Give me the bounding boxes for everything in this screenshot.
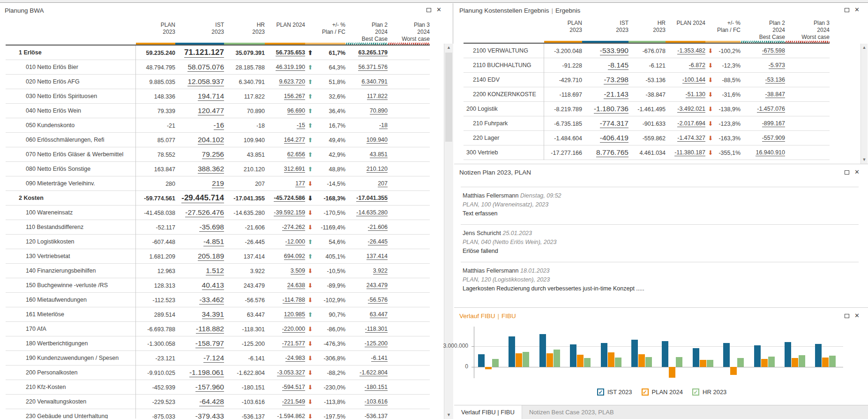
editable-value[interactable]: 46.319.190: [276, 64, 305, 71]
maximize-icon[interactable]: [845, 170, 849, 175]
editable-value[interactable]: -158.797: [195, 339, 224, 348]
editable-value[interactable]: -274.262: [282, 224, 305, 231]
bar-plan-2024[interactable]: [669, 367, 675, 378]
editable-value[interactable]: -103.616: [365, 398, 388, 405]
table-row[interactable]: 080 Netto Erlös Sonstige163.847388.36221…: [6, 162, 430, 176]
row-label[interactable]: 110 Bestandsdifferenz: [6, 220, 136, 235]
bar-plan-2024[interactable]: [638, 354, 645, 367]
editable-value[interactable]: 117.822: [367, 93, 388, 100]
table-row[interactable]: 200 Logistik-8.219.789-1.180.736-1.461.4…: [464, 102, 830, 116]
row-label[interactable]: 230 Gebäude und Unterhaltung: [6, 409, 136, 419]
editable-value[interactable]: -56.576: [368, 297, 388, 304]
editable-value[interactable]: -118.301: [365, 326, 388, 333]
row-label[interactable]: 060 Erlösschmälerungen, Refi: [6, 133, 136, 147]
row-label[interactable]: 300 Vertrieb: [464, 145, 544, 160]
editable-value[interactable]: -533.990: [600, 46, 629, 55]
table-row[interactable]: 220 Verwaltungskosten-229.523-64.428-103…: [6, 395, 430, 409]
note-item[interactable]: Jens Schuricht 25.01.2023PLAN, 040 (Nett…: [461, 224, 859, 262]
bar-ist-2023[interactable]: [723, 343, 730, 367]
table-row[interactable]: 180 Wertberichtigungen-1.300.058-158.797…: [6, 336, 430, 351]
note-item[interactable]: Matthias Fellersmann 18.01.2023PLAN, 120…: [461, 262, 859, 299]
row-label[interactable]: 030 Netto Erlös Spirituosen: [6, 89, 136, 104]
editable-value[interactable]: -5.973: [769, 62, 785, 69]
editable-value[interactable]: -6.141: [371, 355, 388, 362]
scroll-down-icon[interactable]: ▼: [861, 156, 868, 164]
editable-value[interactable]: 177: [295, 180, 305, 187]
table-row[interactable]: 200 Personalkosten-9.910.025-1.198.061-1…: [6, 366, 430, 380]
bar-hr-2023[interactable]: [768, 357, 775, 367]
row-label[interactable]: 210 Kfz-Kosten: [6, 380, 136, 395]
table-row[interactable]: 020 Netto Erlös AFG9.885.03512.058.9376.…: [6, 75, 430, 89]
bar-hr-2023[interactable]: [737, 358, 744, 367]
table-row[interactable]: 2140 EDV-429.710-73.298-53.136-100.144⬇-…: [464, 73, 830, 87]
table-row[interactable]: 130 Vertriebsetat1.681.209205.189137.414…: [6, 249, 430, 264]
bar-ist-2023[interactable]: [509, 336, 515, 367]
bar-ist-2023[interactable]: [601, 343, 607, 367]
editable-value[interactable]: -18: [379, 122, 388, 129]
bar-hr-2023[interactable]: [615, 358, 621, 367]
table-row[interactable]: 160 Mietaufwendungen-112.523-33.462-56.5…: [6, 293, 430, 307]
row-label[interactable]: 090 Mieterträge Verleihinv.: [6, 176, 136, 191]
editable-value[interactable]: -774.317: [600, 119, 629, 128]
row-label[interactable]: 040 Netto Erlös Wein: [6, 104, 136, 118]
row-label[interactable]: 2200 KONZERNKOSTE: [464, 87, 544, 102]
table-row[interactable]: 1 Erlöse59.235.24071.121.12735.079.39156…: [6, 46, 430, 60]
editable-value[interactable]: 40.413: [202, 281, 224, 290]
row-label[interactable]: 210 Fuhrpark: [464, 116, 544, 131]
editable-value[interactable]: 207: [378, 180, 388, 187]
table-row[interactable]: 120 Logistikkosten-607.448-4.851-26.445-…: [6, 235, 430, 249]
legend-checkbox-hr-2023[interactable]: ✓: [692, 389, 699, 396]
bar-plan-2024[interactable]: [792, 358, 798, 367]
editable-value[interactable]: 388.362: [198, 165, 224, 174]
row-label[interactable]: 140 Finanzierungsbeihilfen: [6, 264, 136, 278]
editable-value[interactable]: 63.447: [370, 311, 388, 318]
bar-hr-2023[interactable]: [707, 360, 713, 367]
editable-value[interactable]: -8.145: [608, 61, 629, 70]
editable-value[interactable]: -21.143: [604, 90, 629, 99]
table-row[interactable]: 070 Netto Erlös Gläser & Werbemittel78.5…: [6, 147, 430, 162]
row-label[interactable]: 2140 EDV: [464, 73, 544, 87]
scroll-up-icon[interactable]: ▲: [444, 44, 453, 52]
editable-value[interactable]: -33.462: [199, 296, 224, 305]
editable-value[interactable]: 63.265.179: [358, 49, 388, 56]
close-icon[interactable]: ✕: [436, 8, 441, 12]
editable-value[interactable]: 16.940.910: [756, 149, 785, 156]
table-row[interactable]: 2 Kosten-59.774.561-29.445.714-17.041.35…: [6, 191, 430, 206]
editable-value[interactable]: -1.353.482: [677, 47, 705, 54]
bar-hr-2023[interactable]: [645, 357, 652, 367]
editable-value[interactable]: 120.477: [198, 107, 224, 115]
table-row[interactable]: 220 Lager-1.484.604-406.419-559.862-1.47…: [464, 131, 830, 145]
legend-checkbox-ist-2023[interactable]: ✓: [597, 389, 604, 396]
bar-plan-2024[interactable]: [516, 353, 522, 367]
editable-value[interactable]: -1.457.076: [757, 106, 785, 113]
bar-hr-2023[interactable]: [554, 350, 560, 367]
editable-value[interactable]: 194.714: [198, 92, 224, 101]
editable-value[interactable]: -2.017.694: [677, 120, 705, 127]
bar-plan-2024[interactable]: [700, 360, 706, 367]
editable-value[interactable]: -39.592.159: [274, 209, 305, 216]
editable-value[interactable]: -27.526.476: [185, 208, 224, 217]
legend-checkbox-plan-2024[interactable]: ✓: [642, 389, 649, 396]
editable-value[interactable]: -557.909: [762, 135, 785, 142]
row-label[interactable]: 130 Vertriebsetat: [6, 249, 136, 264]
row-label[interactable]: 170 AfA: [6, 322, 136, 336]
table-row[interactable]: 300 Vertrieb-17.277.1668.776.7654.461.03…: [464, 145, 830, 160]
bar-hr-2023[interactable]: [584, 358, 591, 367]
editable-value[interactable]: -1.594.862: [277, 413, 305, 419]
table-row[interactable]: 040 Netto Erlös Wein79.339120.47770.8909…: [6, 104, 430, 118]
row-label[interactable]: 200 Personalkosten: [6, 366, 136, 380]
editable-value[interactable]: -1.180.736: [594, 105, 629, 114]
table-row[interactable]: 2110 BUCHHALTUNG-91.228-8.145-6.121-6.87…: [464, 58, 830, 73]
row-label[interactable]: 2 Kosten: [6, 191, 136, 206]
editable-value[interactable]: -675.598: [762, 47, 785, 54]
bar-ist-2023[interactable]: [785, 342, 791, 367]
editable-value[interactable]: 79.256: [202, 150, 224, 159]
editable-value[interactable]: 109.940: [367, 137, 388, 144]
bar-ist-2023[interactable]: [478, 354, 485, 367]
table-row[interactable]: 170 AfA-6.693.788-118.882-118.301-220.00…: [6, 322, 430, 336]
bar-ist-2023[interactable]: [815, 344, 822, 367]
editable-value[interactable]: 204.102: [198, 136, 224, 145]
row-label[interactable]: 2110 BUCHHALTUNG: [464, 58, 544, 73]
row-label[interactable]: 180 Wertberichtigungen: [6, 336, 136, 351]
row-label[interactable]: 010 Netto Erlös Bier: [6, 60, 136, 75]
